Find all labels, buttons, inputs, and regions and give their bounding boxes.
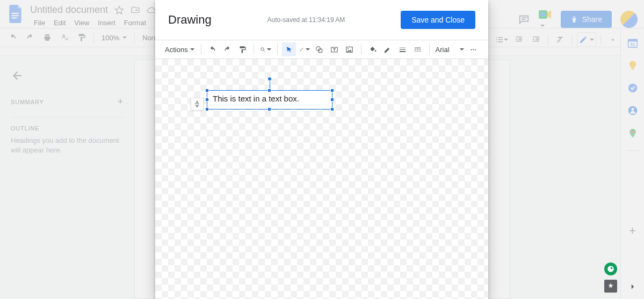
resize-handle-se[interactable]	[330, 107, 334, 111]
resize-handle-w[interactable]	[205, 98, 209, 101]
svg-point-13	[261, 47, 264, 50]
dialog-header: Drawing Auto-saved at 11:34:19 AM Save a…	[155, 0, 488, 40]
shape-tool-icon[interactable]	[313, 42, 327, 56]
text-fitting-icon[interactable]	[191, 98, 204, 111]
border-weight-icon[interactable]	[396, 42, 410, 56]
resize-handle-e[interactable]	[330, 98, 334, 101]
undo-icon[interactable]	[205, 42, 219, 56]
resize-handle-sw[interactable]	[205, 107, 209, 111]
svg-point-14	[316, 46, 321, 50]
fill-color-icon[interactable]	[366, 42, 380, 56]
textbox-tool-icon[interactable]	[328, 42, 342, 56]
explore-badge-icon[interactable]	[604, 262, 617, 275]
actions-label: Actions	[165, 46, 188, 54]
svg-point-21	[475, 49, 476, 50]
textbox-content[interactable]: This is text in a text box.	[207, 91, 332, 106]
resize-handle-s[interactable]	[267, 107, 271, 111]
svg-point-20	[473, 49, 474, 50]
more-options-icon[interactable]	[467, 42, 481, 56]
font-family-select[interactable]: Arial	[434, 42, 466, 56]
font-value: Arial	[436, 46, 459, 54]
resize-handle-n[interactable]	[267, 89, 271, 92]
border-dash-icon[interactable]	[411, 42, 425, 56]
rotation-connector	[270, 80, 270, 89]
select-tool-icon[interactable]	[282, 42, 296, 56]
show-side-panel-icon[interactable]	[628, 282, 638, 291]
border-color-icon[interactable]	[381, 42, 395, 56]
paint-format-icon[interactable]	[235, 42, 249, 56]
drawing-dialog: Drawing Auto-saved at 11:34:19 AM Save a…	[155, 0, 488, 299]
drawing-toolbar: Actions Arial	[155, 40, 488, 59]
save-label: Save and Close	[411, 16, 465, 24]
actions-menu[interactable]: Actions	[163, 46, 197, 54]
selected-text-box[interactable]: This is text in a text box.	[207, 90, 332, 110]
resize-handle-ne[interactable]	[330, 89, 334, 92]
image-tool-icon[interactable]	[343, 42, 357, 56]
svg-point-19	[471, 49, 472, 50]
svg-point-18	[348, 48, 349, 49]
dialog-title: Drawing	[168, 13, 212, 27]
redo-icon[interactable]	[220, 42, 234, 56]
save-and-close-button[interactable]: Save and Close	[401, 11, 475, 29]
rotation-handle[interactable]	[267, 77, 272, 81]
drawing-canvas[interactable]: This is text in a text box.	[155, 59, 488, 299]
line-tool-icon[interactable]	[297, 42, 312, 56]
explore-icon[interactable]	[604, 280, 617, 293]
resize-handle-nw[interactable]	[205, 89, 209, 92]
floating-badges	[604, 262, 617, 293]
autosave-status: Auto-saved at 11:34:19 AM	[267, 16, 345, 24]
zoom-icon[interactable]	[258, 42, 273, 56]
